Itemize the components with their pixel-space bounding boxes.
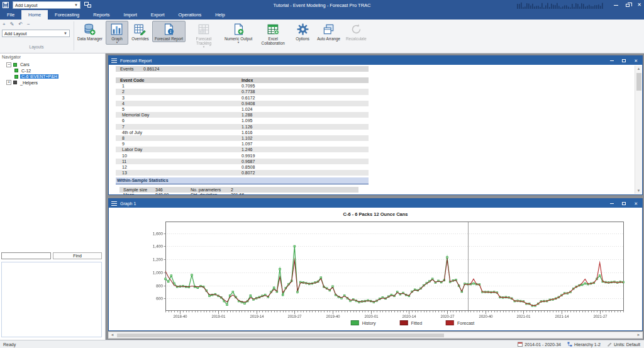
- status-bar: Ready 2014-01 - 2020-34 Hierarchy 1-2 Un…: [0, 340, 644, 348]
- scroll-left-arrow[interactable]: ◄: [109, 332, 116, 338]
- event-table-header: Event CodeIndex: [116, 77, 369, 83]
- ribbon-button-label: Overrides: [131, 36, 148, 41]
- ribbon-layout-combo-value: Add Layout: [4, 31, 26, 36]
- tab-home[interactable]: Home: [21, 10, 48, 20]
- units-pencil-icon: [607, 342, 612, 347]
- tree-item-c-6-event-p-h[interactable]: C-6 \EVENT+P&H: [0, 74, 106, 80]
- statistics-table: Sample size346No. parameters2Mean848.90S…: [119, 187, 358, 194]
- tree-item-c-12[interactable]: C-12: [0, 68, 106, 74]
- event-table-row: 71.126: [116, 124, 369, 130]
- stat-cell: Sample size: [119, 188, 155, 192]
- tab-file[interactable]: File: [0, 10, 21, 20]
- tab-forecasting[interactable]: Forecasting: [48, 10, 86, 20]
- chart-title: C-6 - 6 Packs 12 Ounce Cans: [109, 211, 642, 217]
- share-icon[interactable]: [84, 2, 91, 8]
- within-sample-statistics-header: Within-Sample Statistics: [116, 177, 369, 184]
- find-input[interactable]: [1, 252, 51, 259]
- tab-export[interactable]: Export: [144, 10, 172, 20]
- collapse-icon[interactable]: −: [6, 62, 11, 67]
- scrollbar-thumb[interactable]: [117, 334, 444, 337]
- stat-cell: 848.90: [155, 193, 191, 194]
- index-cell: 0.9687: [242, 159, 255, 164]
- graph-button[interactable]: Graph▾: [106, 21, 128, 45]
- tab-operations[interactable]: Operations: [172, 10, 209, 20]
- events-summary-row: Events 0.86124: [116, 66, 369, 72]
- event-table-row: 120.8508: [116, 164, 369, 170]
- tree-item--helpers[interactable]: +_Helpers: [0, 80, 106, 86]
- vertical-scrollbar[interactable]: ▲ ▼: [635, 65, 641, 194]
- legend-label: History: [362, 321, 376, 325]
- find-button[interactable]: Find: [53, 252, 102, 259]
- restore-button[interactable]: [626, 4, 630, 7]
- auto-arrange-button[interactable]: Auto Arrange: [314, 21, 343, 42]
- tab-import[interactable]: Import: [117, 10, 144, 20]
- index-cell: 1.246: [242, 147, 253, 152]
- event-table-row: Labor Day1.246: [116, 147, 369, 152]
- event-code-cell: 2: [116, 89, 242, 94]
- scrollbar-thumb[interactable]: [636, 73, 641, 91]
- options-button[interactable]: Options: [291, 21, 314, 42]
- event-table-row: 91.097: [116, 141, 369, 147]
- tab-reports[interactable]: Reports: [86, 10, 116, 20]
- edit-layout-icon[interactable]: ✎: [10, 21, 14, 27]
- event-table-row: 51.024: [116, 106, 369, 112]
- close-button[interactable]: ✕: [634, 59, 638, 63]
- legend-label: Fitted: [411, 321, 423, 325]
- series-color-icon: [13, 81, 17, 84]
- series-color-icon: [13, 63, 17, 67]
- statistics-row: Mean848.90Std. deviation201.66: [119, 193, 358, 194]
- minimize-button[interactable]: [610, 203, 614, 204]
- ribbon-tab-bar: FileHomeForecastingReportsImportExportOp…: [0, 10, 644, 20]
- chart-legend: HistoryFittedForecast: [351, 320, 475, 325]
- status-hierarchy: Hierarchy 1-2: [567, 342, 601, 347]
- ribbon-button-label: Excel Collaboration: [258, 36, 288, 45]
- legend-swatch: [351, 320, 359, 325]
- horizontal-scrollbar[interactable]: ◄ ►: [108, 332, 643, 339]
- table-chart-icon: [198, 23, 210, 36]
- minimize-button[interactable]: [614, 5, 618, 6]
- window-menu-icon[interactable]: [111, 59, 117, 63]
- forecast-report-body: Events 0.86124 Event CodeIndex10.709520.…: [109, 65, 642, 194]
- undo-layout-icon[interactable]: ↶: [18, 21, 23, 27]
- hierarchy-icon: [567, 342, 572, 347]
- minimize-button[interactable]: [610, 60, 614, 61]
- close-button[interactable]: ✕: [634, 201, 638, 206]
- expand-icon[interactable]: +: [6, 80, 11, 85]
- layout-selector-dropdown[interactable]: Add Layout▼: [13, 1, 80, 9]
- index-cell: 0.8072: [242, 171, 255, 175]
- event-table-row: 40.9408: [116, 101, 369, 106]
- event-code-cell: 7: [116, 125, 242, 129]
- legend-swatch: [400, 320, 408, 325]
- index-cell: 0.9408: [242, 101, 255, 106]
- window-menu-icon[interactable]: [111, 201, 117, 206]
- ribbon: + ✎ ↶ − Add Layout▼ Layouts Data Manager…: [0, 20, 644, 53]
- maximize-button[interactable]: [622, 59, 626, 62]
- scroll-right-arrow[interactable]: ►: [635, 332, 642, 338]
- event-table-row: 10.7095: [116, 83, 369, 89]
- save-icon[interactable]: [3, 2, 9, 8]
- tree-item-cars[interactable]: −Cars: [0, 62, 106, 68]
- data-manager-button[interactable]: Data Manager: [75, 21, 105, 42]
- event-code-header: Event Code: [116, 78, 242, 82]
- maximize-button[interactable]: [622, 202, 626, 205]
- forecast-report-button[interactable]: Forecast Report: [152, 21, 186, 42]
- event-table-row: 110.9687: [116, 159, 369, 164]
- overrides-button[interactable]: Overrides: [129, 21, 152, 42]
- event-code-cell: 4th of July: [116, 130, 242, 135]
- remove-layout-icon[interactable]: −: [27, 21, 30, 27]
- event-code-cell: Memorial Day: [116, 113, 242, 117]
- event-code-cell: 12: [116, 165, 242, 169]
- index-cell: 1.288: [242, 113, 253, 117]
- close-button[interactable]: ✕: [637, 3, 641, 8]
- chevron-down-icon: ▼: [74, 3, 78, 7]
- add-layout-icon[interactable]: +: [3, 21, 6, 27]
- scroll-up-arrow[interactable]: ▲: [635, 65, 642, 72]
- legend-item-fitted: Fitted: [400, 320, 423, 325]
- numeric-output-button[interactable]: Numeric Output▾: [222, 21, 255, 45]
- tab-help[interactable]: Help: [208, 10, 231, 20]
- excel-collaboration-button[interactable]: Excel Collaboration: [255, 21, 291, 47]
- event-table-row: 4th of July1.616: [116, 130, 369, 135]
- ribbon-layout-combo[interactable]: Add Layout▼: [2, 30, 70, 37]
- stat-cell: 2: [231, 188, 358, 192]
- scroll-down-arrow[interactable]: ▼: [635, 188, 642, 194]
